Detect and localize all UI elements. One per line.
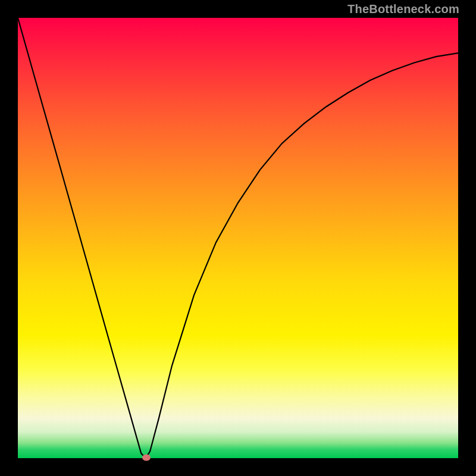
chart-frame: TheBottleneck.com (0, 0, 476, 476)
watermark-text: TheBottleneck.com (347, 2, 459, 16)
curve-path (18, 18, 458, 458)
plot-area (18, 18, 458, 458)
bottleneck-curve (18, 18, 458, 458)
minimum-marker (142, 454, 151, 461)
